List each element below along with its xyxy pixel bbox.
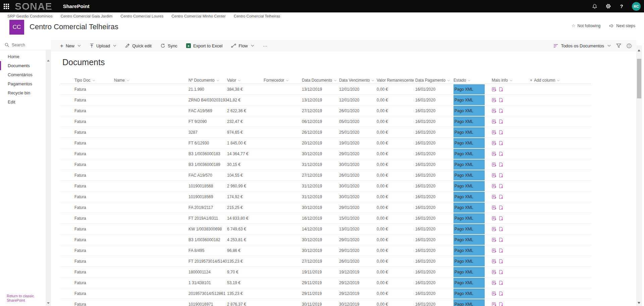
app-launcher-icon[interactable]	[0, 0, 13, 12]
scrollbar-thumb[interactable]	[637, 59, 641, 98]
file-download-icon[interactable]	[499, 280, 503, 285]
site-logo[interactable]: CC	[9, 20, 24, 35]
follow-button[interactable]: ☆ Not following	[572, 23, 600, 28]
file-download-icon[interactable]	[499, 227, 503, 231]
sidebar-item-documents[interactable]: Documents	[0, 61, 51, 70]
column-header-mais-info[interactable]: Mais info	[492, 78, 530, 83]
document-preview-icon[interactable]	[492, 87, 496, 92]
file-download-icon[interactable]	[499, 130, 503, 135]
avatar[interactable]: RC	[632, 2, 641, 11]
file-download-icon[interactable]	[499, 248, 503, 253]
column-header-estado[interactable]: Estado	[453, 78, 492, 83]
document-preview-icon[interactable]	[492, 291, 496, 296]
table-row[interactable]: Fatura 2019573014/512861 135,23 € 29/11/…	[60, 288, 591, 299]
column-header-data-pagamento[interactable]: Data Pagamento	[415, 78, 453, 83]
column-header-name[interactable]: Name	[114, 78, 189, 83]
table-row[interactable]: Fatura B3 1/0036000182 4 253,81 € 30/12/…	[60, 234, 591, 245]
info-icon[interactable]	[627, 43, 632, 48]
table-row[interactable]: Fatura FAC A19/570 104,55 € 27/12/2019 2…	[60, 170, 591, 181]
file-download-icon[interactable]	[499, 237, 503, 242]
document-preview-icon[interactable]	[492, 248, 496, 253]
document-preview-icon[interactable]	[492, 216, 496, 221]
document-preview-icon[interactable]	[492, 227, 496, 231]
document-preview-icon[interactable]	[492, 205, 496, 210]
main-scrollbar[interactable]	[636, 45, 642, 306]
document-preview-icon[interactable]	[492, 108, 496, 113]
sidebar-search[interactable]	[0, 40, 51, 50]
file-download-icon[interactable]	[499, 119, 503, 124]
sidebar-item-edit[interactable]: Edit	[0, 97, 51, 106]
document-preview-icon[interactable]	[492, 141, 496, 145]
hubnav-link-minho-center[interactable]: Centro Comercial Minho Center	[171, 14, 226, 18]
table-row[interactable]: Fatura 1 31/438101 53,19 € 29/11/2019 29…	[60, 277, 591, 288]
scroll-down-icon[interactable]	[47, 302, 50, 304]
hubnav-link-gaia-jardim[interactable]: Centro Comercial Gaia Jardim	[61, 14, 113, 18]
file-download-icon[interactable]	[499, 87, 503, 92]
hubnav-link-srp-gestao-condominios[interactable]: SRP Gestão Condomínios	[7, 14, 53, 18]
file-download-icon[interactable]	[499, 108, 503, 113]
sidebar-item-home[interactable]: Home	[0, 52, 51, 61]
notifications-bell-icon[interactable]	[592, 3, 598, 9]
table-row[interactable]: Fatura ZRNO B4/0302031937 41,82 € 13/12/…	[60, 95, 591, 105]
document-preview-icon[interactable]	[492, 184, 496, 188]
file-download-icon[interactable]	[499, 291, 503, 296]
file-download-icon[interactable]	[499, 184, 503, 188]
scroll-up-icon[interactable]	[638, 49, 640, 51]
scroll-up-icon[interactable]	[47, 60, 50, 61]
document-preview-icon[interactable]	[492, 98, 496, 102]
next-steps-button[interactable]: Next steps	[609, 24, 635, 28]
add-column-button[interactable]: + Add column	[530, 78, 591, 83]
sidebar-item-recycle-bin[interactable]: Recycle bin	[0, 88, 51, 97]
view-selector[interactable]: Todos os Documentos	[553, 43, 611, 48]
export-to-excel-button[interactable]: X Export to Excel	[186, 43, 222, 48]
table-row[interactable]: Fatura FT 2019573014/514040 135,23 € 27/…	[60, 256, 591, 267]
file-download-icon[interactable]	[499, 151, 503, 156]
column-header-data-vencimento[interactable]: Data Vencimento	[339, 78, 377, 83]
document-preview-icon[interactable]	[492, 237, 496, 242]
table-row[interactable]: Fatura B3 1/0036000183 14 364,77 € 30/12…	[60, 148, 591, 159]
file-download-icon[interactable]	[499, 216, 503, 221]
sidebar-item-comentarios[interactable]: Comentários	[0, 70, 51, 79]
column-header-valor-remanescente[interactable]: Valor Remanescente	[377, 78, 415, 83]
table-row[interactable]: Fatura KW 1/0038300698 6 749,63 € 14/12/…	[60, 224, 591, 234]
file-download-icon[interactable]	[499, 162, 503, 167]
table-row[interactable]: Fatura FT 6/12930 1 845,00 € 20/12/2019 …	[60, 138, 591, 148]
table-row[interactable]: Fatura FT 9/2090 232,47 € 06/12/2019 05/…	[60, 116, 591, 127]
sidebar-scrollbar[interactable]	[46, 50, 51, 306]
more-commands-button[interactable]: ···	[263, 43, 267, 48]
document-preview-icon[interactable]	[492, 259, 496, 264]
file-download-icon[interactable]	[499, 205, 503, 210]
column-header-data-documento[interactable]: Data Documento	[302, 78, 339, 83]
table-row[interactable]: Fatura FT 2019A1/8311 14 833,80 € 16/12/…	[60, 213, 591, 224]
sync-button[interactable]: Sync	[160, 43, 177, 48]
table-row[interactable]: Fatura FA 2019/2117 215,25 € 30/12/2019 …	[60, 202, 591, 213]
quick-edit-button[interactable]: Quick edit	[125, 43, 152, 48]
document-preview-icon[interactable]	[492, 280, 496, 285]
help-icon[interactable]: ?	[619, 3, 625, 9]
column-header-tipo-doc[interactable]: Tipo Doc	[74, 78, 114, 83]
table-row[interactable]: Fatura B3 1/0036000189 30,15 € 31/12/201…	[60, 159, 591, 170]
document-preview-icon[interactable]	[492, 162, 496, 167]
hubnav-link-loures[interactable]: Centro Comercial Loures	[120, 14, 163, 18]
table-row[interactable]: Fatura 10190018568 2 960,99 € 31/12/2019…	[60, 181, 591, 191]
table-row[interactable]: Fatura 10190018569 174,92 € 31/12/2019 3…	[60, 191, 591, 202]
file-download-icon[interactable]	[499, 270, 503, 274]
return-to-classic-link[interactable]: Return to classic SharePoint	[7, 294, 39, 303]
scroll-down-icon[interactable]	[638, 302, 640, 304]
settings-gear-icon[interactable]	[605, 3, 611, 9]
document-preview-icon[interactable]	[492, 151, 496, 156]
file-download-icon[interactable]	[499, 194, 503, 199]
document-preview-icon[interactable]	[492, 302, 496, 306]
table-row[interactable]: Fatura 21.1.990 384,38 € 13/12/2019 12/0…	[60, 84, 591, 95]
column-header-valor[interactable]: Valor	[227, 78, 264, 83]
document-preview-icon[interactable]	[492, 130, 496, 135]
table-row[interactable]: Fatura FAC A19/569 2 622,36 € 27/12/2019…	[60, 105, 591, 116]
document-preview-icon[interactable]	[492, 270, 496, 274]
column-header-num-documento[interactable]: Nº Documento	[189, 78, 227, 83]
table-row[interactable]: Fatura 3287 974,65 € 26/12/2019 25/01/20…	[60, 127, 591, 138]
file-download-icon[interactable]	[499, 173, 503, 178]
new-button[interactable]: + New	[60, 43, 81, 49]
file-download-icon[interactable]	[499, 98, 503, 102]
file-download-icon[interactable]	[499, 141, 503, 145]
table-row[interactable]: Fatura 1800001124 9,70 € 19/11/2019 19/1…	[60, 267, 591, 277]
